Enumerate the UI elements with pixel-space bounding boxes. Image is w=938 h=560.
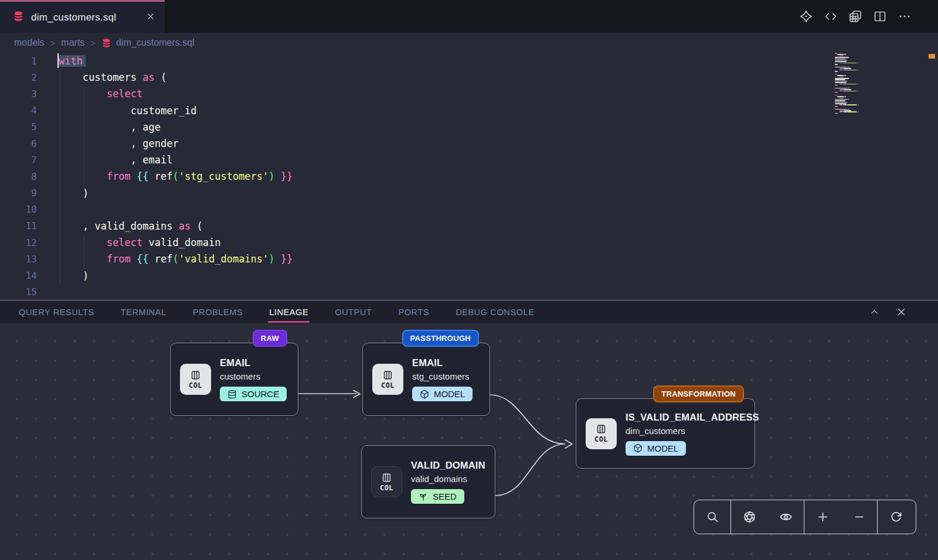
code-line-11: 11 , valid_domains as (	[0, 218, 938, 234]
minimap-line	[835, 60, 897, 61]
cube-icon	[633, 443, 643, 453]
code-text: , valid_domains as (	[59, 220, 203, 232]
minimap-line	[835, 113, 897, 114]
minimap-line	[835, 107, 897, 108]
code-line-5: 5 , age	[0, 119, 938, 135]
zoom-out-icon	[852, 510, 866, 524]
refresh-button[interactable]	[878, 501, 914, 534]
edge-stg_customers-to-dim_customers	[490, 395, 565, 444]
edge-valid_domains-to-dim_customers	[495, 444, 565, 496]
line-number: 9	[0, 187, 37, 199]
minimap[interactable]	[835, 53, 897, 116]
line-number: 12	[0, 237, 37, 248]
panel-tab-debug-console[interactable]: DEBUG CONSOLE	[456, 308, 534, 317]
aperture-button[interactable]	[731, 501, 767, 534]
aperture-icon	[743, 510, 756, 524]
more-actions-button[interactable]	[895, 6, 915, 26]
code-text: customers as (	[59, 71, 166, 83]
minimap-line	[835, 111, 897, 112]
breadcrumb-label: marts	[61, 37, 84, 48]
column-chip: COL	[371, 466, 402, 497]
model-name: valid_domains	[411, 474, 467, 484]
breadcrumb-item-dim-customers-sql[interactable]: dim_customers.sql	[101, 37, 194, 48]
minimap-line	[835, 63, 897, 64]
columns-icon	[382, 370, 393, 381]
panel-tabs: QUERY RESULTSTERMINALPROBLEMSLINEAGEOUTP…	[19, 308, 534, 317]
minimap-line	[835, 81, 897, 82]
lineage-canvas[interactable]: RAWCOLEMAILcustomersSOURCEPASSTHROUGHCOL…	[0, 323, 938, 560]
code-line-2: 2 customers as (	[0, 69, 938, 86]
columns-icon	[596, 424, 607, 435]
code-line-15: 15	[0, 284, 938, 300]
split-editor-button[interactable]	[870, 6, 890, 26]
panel-tab-problems[interactable]: PROBLEMS	[193, 308, 243, 317]
toolbar-group	[731, 500, 804, 534]
code-line-10: 10	[0, 202, 938, 218]
column-chip: COL	[586, 418, 617, 449]
close-button[interactable]	[893, 305, 909, 320]
code-text: , email	[59, 154, 172, 166]
minimap-line	[835, 102, 897, 103]
close-icon[interactable]	[146, 12, 155, 21]
minimap-line	[835, 72, 897, 73]
minimap-line	[835, 64, 897, 65]
minimap-line	[835, 85, 897, 86]
chevron-up-button[interactable]	[866, 305, 882, 320]
minimap-line	[835, 88, 897, 89]
breadcrumb-item-marts[interactable]: marts	[61, 37, 84, 48]
line-number: 6	[0, 138, 37, 149]
lineage-tag-transformation: TRANSFORMATION	[653, 385, 744, 402]
type-badge-seed: SEED	[411, 489, 464, 504]
code-line-1: 1with	[0, 53, 938, 69]
breadcrumb-label: dim_customers.sql	[116, 37, 194, 48]
dbt-button[interactable]	[796, 6, 816, 26]
toolbar-group	[694, 500, 731, 534]
code-line-9: 9 )	[0, 185, 938, 202]
line-number: 3	[0, 88, 37, 100]
minimap-line	[835, 91, 897, 92]
query-results-button[interactable]	[845, 6, 865, 26]
lineage-node-stg_customers[interactable]: PASSTHROUGHCOLEMAILstg_customersMODEL	[362, 343, 490, 416]
type-badge-source: SOURCE	[220, 387, 287, 401]
breadcrumb-item-models[interactable]: models	[14, 37, 45, 48]
zoom-out-button[interactable]	[841, 501, 877, 534]
lineage-node-valid_domains[interactable]: COLVALID_DOMAINvalid_domainsSEED	[361, 445, 495, 518]
line-number: 2	[0, 72, 37, 83]
minimap-line	[835, 74, 897, 75]
minimap-line	[835, 99, 897, 100]
panel-actions	[866, 305, 938, 320]
close-icon[interactable]	[146, 12, 155, 23]
panel-tab-output[interactable]: OUTPUT	[335, 308, 372, 317]
dbt-icon	[799, 9, 813, 23]
lineage-node-customers[interactable]: RAWCOLEMAILcustomersSOURCE	[170, 343, 298, 416]
panel-tab-lineage[interactable]: LINEAGE	[269, 308, 308, 317]
code-text: , gender	[59, 138, 179, 149]
code-editor[interactable]: 1with2 customers as (3 select4 customer_…	[0, 53, 938, 300]
panel-tab-query-results[interactable]: QUERY RESULTS	[19, 308, 94, 317]
minimap-line	[835, 84, 897, 85]
code-line-6: 6 , gender	[0, 135, 938, 152]
search-button[interactable]	[694, 501, 730, 534]
code-line-14: 14 )	[0, 267, 938, 284]
code-line-8: 8 from {{ ref('stg_customers') }}	[0, 168, 938, 185]
columns-icon	[190, 370, 201, 381]
code-line-12: 12 select valid_domain	[0, 234, 938, 251]
eye-button[interactable]	[767, 501, 804, 534]
minimap-line	[835, 66, 897, 67]
code-button[interactable]	[821, 6, 841, 26]
type-badge-model: MODEL	[626, 441, 686, 456]
lineage-node-dim_customers[interactable]: TRANSFORMATIONCOLIS_VALID_EMAIL_ADDRESSd…	[576, 398, 755, 469]
panel-tab-ports[interactable]: PORTS	[398, 308, 429, 317]
code-text: from {{ ref('valid_domains') }}	[59, 253, 293, 265]
minimap-line	[835, 70, 897, 71]
scrollbar-change-marker[interactable]	[929, 54, 935, 59]
line-number: 10	[0, 204, 37, 215]
editor-tab-dim-customers[interactable]: dim_customers.sql	[0, 0, 165, 33]
edge-arrowhead	[565, 440, 572, 448]
panel-tab-terminal[interactable]: TERMINAL	[121, 308, 166, 317]
zoom-in-button[interactable]	[804, 501, 841, 534]
code-line-3: 3 select	[0, 86, 938, 102]
minimap-line	[835, 106, 897, 107]
more-actions-icon	[898, 9, 912, 23]
chip-label: COL	[594, 435, 608, 443]
